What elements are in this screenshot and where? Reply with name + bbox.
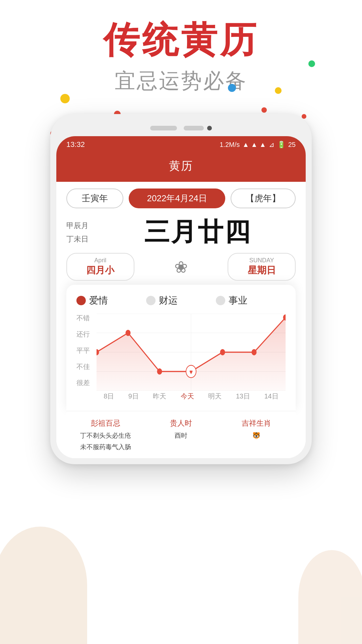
deco-left	[0, 527, 87, 644]
tab-dot-wealth	[146, 296, 156, 305]
chart-dot-5	[251, 349, 256, 355]
status-time: 13:32	[66, 140, 85, 149]
chart-x-labels: 8日 9日 昨天 今天 明天 13日 14日	[97, 392, 286, 401]
hero-subtitle: 宜忌运势必备	[0, 67, 362, 95]
x-label-6: 14日	[264, 392, 278, 401]
guiren-title: 贵人时	[145, 417, 217, 430]
info-shengxiao: 吉祥生肖 🐯	[220, 417, 292, 453]
year-row: 壬寅年 2022年4月24日 【虎年】	[66, 189, 296, 208]
y-label-2: 平平	[76, 346, 97, 355]
tab-career-label: 事业	[229, 294, 247, 307]
fortune-chart: 不错 还行 平平 不佳 很差	[76, 314, 286, 401]
phone-sensor	[207, 126, 212, 130]
tab-love[interactable]: 爱情	[76, 294, 146, 307]
pengzu-content: 丁不剃头头必生疮未不服药毒气入肠	[70, 430, 142, 453]
phone-front-cam	[184, 126, 204, 130]
status-wifi: ⊿	[269, 141, 275, 149]
x-label-0: 8日	[104, 392, 114, 401]
tab-dot-love	[76, 296, 86, 305]
info-guiren: 贵人时 酉时	[145, 417, 217, 453]
hero-section: 传统黄历 宜忌运势必备	[0, 20, 362, 95]
decorative-dot-3	[261, 107, 267, 113]
x-label-2: 昨天	[153, 392, 166, 401]
tab-love-label: 爱情	[89, 294, 108, 307]
month-label: April	[67, 257, 134, 264]
pengzu-title: 彭祖百忌	[70, 417, 142, 430]
phone-screen: 13:32 1.2M/s ▲ ▲ ▲ ⊿ 🔋 25 黄历 壬寅年 2022年4月…	[56, 136, 306, 458]
chart-dot-1	[125, 330, 130, 336]
decorative-dot-0	[60, 94, 70, 103]
month-tag: April 四月小	[66, 253, 134, 281]
phone-speaker	[150, 126, 177, 130]
date-main: 2022年4月24日	[129, 189, 225, 208]
guiren-content: 酉时	[145, 430, 217, 441]
status-battery-num: 25	[288, 141, 296, 149]
y-label-1: 还行	[76, 330, 97, 339]
phone-outer: 13:32 1.2M/s ▲ ▲ ▲ ⊿ 🔋 25 黄历 壬寅年 2022年4月…	[50, 114, 312, 464]
chart-dot-2	[157, 368, 162, 374]
tab-wealth-label: 财运	[159, 294, 178, 307]
chart-heart-icon: ♥	[189, 368, 193, 376]
fortune-panel: 爱情 财运 事业 不错	[66, 285, 296, 411]
decorative-dot-5	[308, 60, 315, 67]
chart-svg-wrapper: ♥	[97, 314, 286, 391]
day-tag: SUNDAY 星期日	[228, 253, 296, 281]
status-bar: 13:32 1.2M/s ▲ ▲ ▲ ⊿ 🔋 25	[56, 136, 306, 153]
status-signal: ▲ ▲ ▲	[242, 141, 266, 149]
x-label-4: 明天	[208, 392, 222, 401]
day-cn: 星期日	[248, 265, 276, 275]
lunar-date: 三月廿四	[100, 215, 296, 250]
x-label-5: 13日	[236, 392, 250, 401]
lunar-day-label: 丁未日	[66, 232, 100, 246]
deco-right	[298, 550, 362, 644]
phone-top-bar	[56, 120, 306, 136]
tab-wealth[interactable]: 财运	[146, 294, 216, 307]
month-day-row: April 四月小 ❀ SUNDAY 星期日	[66, 253, 296, 281]
ornament: ❀	[141, 258, 221, 276]
y-label-0: 不错	[76, 314, 97, 323]
lunar-side: 甲辰月 丁未日	[66, 219, 100, 246]
year-cn: 壬寅年	[66, 189, 123, 208]
app-title: 黄历	[169, 159, 193, 172]
shengxiao-title: 吉祥生肖	[220, 417, 292, 430]
fortune-svg: ♥	[97, 314, 286, 391]
y-label-3: 不佳	[76, 362, 97, 371]
tab-dot-career	[216, 296, 225, 305]
day-label: SUNDAY	[228, 257, 295, 264]
chart-y-labels: 不错 还行 平平 不佳 很差	[76, 314, 97, 391]
status-battery: 🔋	[277, 141, 286, 149]
month-cn: 四月小	[86, 265, 114, 275]
x-label-1: 9日	[128, 392, 139, 401]
app-header: 黄历	[56, 153, 306, 182]
bottom-info: 彭祖百忌 丁不剃头头必生疮未不服药毒气入肠 贵人时 酉时 吉祥生肖 🐯	[66, 411, 296, 458]
phone-mockup: 13:32 1.2M/s ▲ ▲ ▲ ⊿ 🔋 25 黄历 壬寅年 2022年4月…	[50, 114, 312, 464]
decorative-dot-2	[228, 84, 236, 92]
fortune-tabs: 爱情 财运 事业	[76, 294, 286, 307]
tab-career[interactable]: 事业	[216, 294, 286, 307]
decorative-dot-4	[275, 87, 282, 94]
status-speed: 1.2M/s	[220, 141, 240, 149]
y-label-4: 很差	[76, 378, 97, 387]
tiger-icon: 🐯	[220, 430, 292, 441]
chart-dot-4	[220, 349, 225, 355]
info-pengzu: 彭祖百忌 丁不剃头头必生疮未不服药毒气入肠	[70, 417, 142, 453]
status-right: 1.2M/s ▲ ▲ ▲ ⊿ 🔋 25	[220, 141, 296, 149]
hero-title: 传统黄历	[0, 20, 362, 60]
lunar-month: 甲辰月	[66, 219, 100, 232]
calendar-body: 壬寅年 2022年4月24日 【虎年】 甲辰月 丁未日 三月廿四 April	[56, 182, 306, 458]
x-label-today: 今天	[181, 392, 194, 401]
lunar-info: 甲辰月 丁未日 三月廿四	[66, 215, 296, 250]
year-zodiac: 【虎年】	[231, 189, 296, 208]
